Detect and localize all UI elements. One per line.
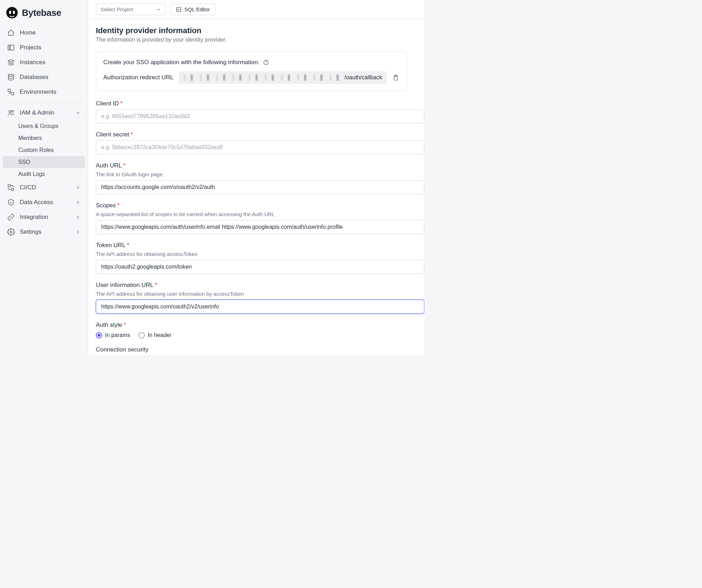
sidebar-item-label: Projects bbox=[20, 44, 41, 51]
required-marker: * bbox=[123, 162, 126, 169]
instances-icon bbox=[7, 59, 15, 66]
sidebar-item-label: Databases bbox=[20, 74, 48, 81]
auth-url-sub: The link to OAuth login page bbox=[96, 171, 424, 177]
sidebar-item-databases[interactable]: Databases bbox=[3, 70, 85, 85]
redirect-url-label: Authorization redirect URL bbox=[103, 74, 173, 81]
required-marker: * bbox=[124, 321, 126, 329]
svg-point-15 bbox=[266, 63, 266, 64]
required-marker: * bbox=[130, 131, 133, 138]
radio-icon bbox=[138, 332, 145, 338]
nav-separator bbox=[6, 102, 81, 103]
svg-point-9 bbox=[12, 110, 13, 112]
sidebar-item-label: IAM & Admin bbox=[20, 109, 54, 116]
sidebar-item-environments[interactable]: Environments bbox=[3, 85, 85, 99]
field-connection-security: Connection security Skip TLS verify bbox=[96, 346, 424, 355]
sidebar-item-label: Settings bbox=[20, 228, 41, 235]
scopes-label: Scopes bbox=[96, 202, 116, 209]
help-icon[interactable] bbox=[263, 59, 269, 66]
sidebar-item-label: CI/CD bbox=[20, 184, 36, 191]
sql-editor-label: SQL Editor bbox=[184, 6, 210, 12]
sidebar-sub-sso[interactable]: SSO bbox=[3, 156, 85, 168]
info-head-text: Create your SSO application with the fol… bbox=[103, 59, 259, 66]
sidebar-item-data-access[interactable]: Data Access bbox=[3, 195, 85, 210]
shield-icon bbox=[7, 198, 15, 206]
database-icon bbox=[7, 73, 15, 81]
svg-rect-11 bbox=[12, 188, 14, 190]
sidebar-sub-members[interactable]: Members bbox=[3, 132, 85, 144]
client-id-label: Client ID bbox=[96, 100, 119, 107]
svg-rect-1 bbox=[9, 11, 11, 14]
chevron-right-icon bbox=[75, 185, 81, 190]
svg-point-8 bbox=[9, 110, 11, 112]
sidebar-item-label: Data Access bbox=[20, 199, 53, 206]
chevron-down-icon bbox=[75, 110, 81, 116]
svg-rect-2 bbox=[13, 11, 15, 14]
sidebar-item-settings[interactable]: Settings bbox=[3, 225, 85, 239]
sidebar: Bytebase Home Projects Instances Databas… bbox=[0, 0, 88, 355]
home-icon bbox=[7, 29, 15, 37]
brand-icon bbox=[6, 6, 18, 19]
svg-rect-6 bbox=[8, 89, 11, 92]
scopes-input[interactable] bbox=[96, 220, 424, 234]
sidebar-sub-audit-logs[interactable]: Audit Logs bbox=[3, 168, 85, 180]
user-info-url-input[interactable] bbox=[96, 300, 424, 314]
radio-icon bbox=[96, 332, 102, 338]
terminal-icon bbox=[176, 7, 181, 12]
sidebar-item-integration[interactable]: Integration bbox=[3, 210, 85, 225]
auth-url-input[interactable] bbox=[96, 180, 424, 194]
token-url-sub: The API address for obtaining accessToke… bbox=[96, 251, 424, 257]
sidebar-sub-users-groups[interactable]: Users & Groups bbox=[3, 120, 85, 132]
redirect-url-suffix: /oauth/callback bbox=[344, 74, 382, 81]
token-url-input[interactable] bbox=[96, 260, 424, 274]
required-marker: * bbox=[120, 100, 123, 107]
client-id-input[interactable] bbox=[96, 109, 424, 123]
sidebar-item-projects[interactable]: Projects bbox=[3, 40, 85, 55]
sso-info-box: Create your SSO application with the fol… bbox=[96, 51, 407, 91]
field-token-url: Token URL* The API address for obtaining… bbox=[96, 242, 424, 274]
sidebar-item-instances[interactable]: Instances bbox=[3, 55, 85, 70]
user-info-url-sub: The API address for obtaining user infor… bbox=[96, 291, 424, 297]
project-selector[interactable]: Select Project bbox=[96, 4, 166, 15]
brand-name: Bytebase bbox=[22, 7, 61, 18]
auth-style-in-header[interactable]: In header bbox=[138, 332, 172, 338]
auth-style-label: Auth style bbox=[96, 321, 122, 329]
required-marker: * bbox=[117, 202, 120, 209]
svg-rect-3 bbox=[8, 45, 10, 50]
required-marker: * bbox=[127, 242, 129, 249]
client-secret-input[interactable] bbox=[96, 140, 424, 154]
page-title: Identity provider information bbox=[96, 26, 424, 35]
svg-point-12 bbox=[10, 231, 12, 233]
topbar: Select Project SQL Editor bbox=[88, 0, 424, 19]
field-auth-url: Auth URL* The link to OAuth login page bbox=[96, 162, 424, 194]
client-secret-label: Client secret bbox=[96, 131, 129, 138]
sidebar-item-iam-admin[interactable]: IAM & Admin bbox=[3, 105, 85, 120]
clipboard-icon[interactable] bbox=[392, 74, 399, 81]
sidebar-item-label: Environments bbox=[20, 88, 56, 96]
auth-url-label: Auth URL bbox=[96, 162, 122, 169]
sidebar-item-ci-cd[interactable]: CI/CD bbox=[3, 180, 85, 195]
field-scopes: Scopes* A space-separated list of scopes… bbox=[96, 202, 424, 234]
user-info-url-label: User information URL bbox=[96, 282, 153, 289]
connection-security-label: Connection security bbox=[96, 346, 148, 353]
field-auth-style: Auth style* In params In header bbox=[96, 321, 424, 338]
chevron-right-icon bbox=[75, 229, 81, 235]
logo[interactable]: Bytebase bbox=[3, 4, 85, 25]
page-subtitle: The information is provided by your iden… bbox=[96, 37, 424, 43]
gear-icon bbox=[7, 228, 15, 236]
sidebar-sub-custom-roles[interactable]: Custom Roles bbox=[3, 144, 85, 156]
svg-rect-4 bbox=[10, 45, 14, 50]
svg-rect-10 bbox=[8, 185, 10, 187]
chevron-down-icon bbox=[156, 7, 161, 12]
cicd-icon bbox=[7, 184, 15, 191]
token-url-label: Token URL bbox=[96, 242, 125, 249]
scopes-sub: A space-separated list of scopes to be c… bbox=[96, 211, 424, 217]
field-user-info-url: User information URL* The API address fo… bbox=[96, 282, 424, 314]
project-selector-placeholder: Select Project bbox=[100, 6, 133, 12]
auth-style-in-params[interactable]: In params bbox=[96, 332, 130, 338]
sql-editor-button[interactable]: SQL Editor bbox=[171, 4, 215, 15]
main: Select Project SQL Editor Identity provi… bbox=[88, 0, 424, 355]
sidebar-item-home[interactable]: Home bbox=[3, 25, 85, 40]
sidebar-item-label: Integration bbox=[20, 214, 48, 221]
chevron-right-icon bbox=[75, 200, 81, 205]
environments-icon bbox=[7, 88, 15, 96]
